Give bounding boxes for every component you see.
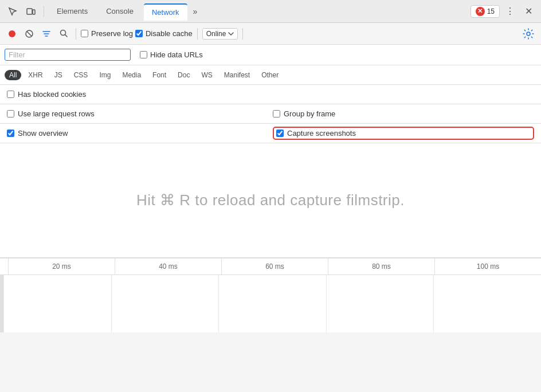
network-toolbar: Preserve log Disable cache Online xyxy=(0,23,541,45)
large-rows-group-frame-row: Use large request rows Group by frame xyxy=(0,104,541,124)
show-overview-text: Show overview xyxy=(18,129,68,138)
type-pill-font[interactable]: Font xyxy=(148,70,171,80)
group-by-frame-text: Group by frame xyxy=(284,109,335,118)
tab-elements[interactable]: Elements xyxy=(49,3,96,19)
disable-cache-checkbox[interactable] xyxy=(135,30,143,37)
kebab-menu-button[interactable]: ⋮ xyxy=(502,3,518,19)
timeline-col-5 xyxy=(433,275,541,332)
network-throttle-select[interactable]: Online xyxy=(202,28,238,40)
capture-screenshots-label[interactable]: Capture screenshots xyxy=(276,129,356,138)
record-button[interactable] xyxy=(5,26,19,41)
svg-rect-0 xyxy=(27,9,32,14)
tab-separator-1 xyxy=(44,6,44,17)
preserve-log-text: Preserve log xyxy=(91,29,133,38)
svg-point-7 xyxy=(527,32,530,36)
search-button[interactable] xyxy=(56,26,71,41)
show-overview-checkbox[interactable] xyxy=(7,130,14,137)
tab-more[interactable]: » xyxy=(190,5,201,18)
filter-input[interactable] xyxy=(9,50,127,59)
tab-console[interactable]: Console xyxy=(98,3,142,19)
clear-button[interactable] xyxy=(22,26,37,41)
chevron-down-icon xyxy=(228,32,234,36)
hide-data-urls-label[interactable]: Hide data URLs xyxy=(140,50,203,59)
type-pill-img[interactable]: Img xyxy=(95,70,115,80)
type-pill-manifest[interactable]: Manifest xyxy=(219,70,254,80)
type-filter-bar: All XHR JS CSS Img Media Font Doc WS Man… xyxy=(0,65,541,85)
type-pill-ws[interactable]: WS xyxy=(197,70,217,80)
error-badge[interactable]: ✕ 15 xyxy=(471,5,500,18)
timeline-body xyxy=(0,275,541,332)
svg-rect-1 xyxy=(33,10,35,14)
hide-data-urls-text: Hide data URLs xyxy=(150,50,203,59)
error-icon: ✕ xyxy=(476,7,485,16)
timeline-marks: 20 ms 40 ms 60 ms 80 ms 100 ms xyxy=(8,258,541,275)
capture-screenshots-checkbox[interactable] xyxy=(276,130,284,137)
group-by-frame-label[interactable]: Group by frame xyxy=(273,109,534,118)
blocked-cookies-row: Has blocked cookies xyxy=(0,85,541,104)
timeline-mark-100ms: 100 ms xyxy=(434,258,541,275)
timeline-mark-40ms: 40 ms xyxy=(115,258,221,275)
tab-network[interactable]: Network xyxy=(144,3,187,21)
timeline-col-1 xyxy=(3,275,111,332)
settings-icon[interactable] xyxy=(520,26,536,42)
type-pill-all[interactable]: All xyxy=(5,70,21,80)
timeline-mark-60ms: 60 ms xyxy=(221,258,328,275)
use-large-rows-text: Use large request rows xyxy=(18,109,95,118)
disable-cache-label[interactable]: Disable cache xyxy=(135,29,193,38)
type-pill-doc[interactable]: Doc xyxy=(173,70,194,80)
has-blocked-cookies-label[interactable]: Has blocked cookies xyxy=(7,90,86,99)
timeline-mark-20ms: 20 ms xyxy=(8,258,115,275)
cursor-icon[interactable] xyxy=(5,3,21,19)
has-blocked-cookies-checkbox[interactable] xyxy=(7,91,14,98)
filter-button[interactable] xyxy=(39,26,54,41)
timeline-col-3 xyxy=(218,275,326,332)
main-content: Hit ⌘ R to reload and capture filmstrip. xyxy=(0,143,541,258)
toolbar-divider-3 xyxy=(242,28,243,40)
preserve-log-checkbox[interactable] xyxy=(81,30,88,37)
type-pill-js[interactable]: JS xyxy=(50,70,67,80)
hide-data-urls-checkbox[interactable] xyxy=(140,51,147,58)
type-pill-media[interactable]: Media xyxy=(117,70,146,80)
capture-screenshots-highlight: Capture screenshots xyxy=(273,127,534,140)
svg-line-6 xyxy=(65,35,67,37)
filmstrip-hint: Hit ⌘ R to reload and capture filmstrip. xyxy=(136,191,405,209)
filter-bar: Hide data URLs xyxy=(0,45,541,65)
disable-cache-text: Disable cache xyxy=(146,29,193,38)
svg-point-2 xyxy=(9,30,15,37)
filter-input-wrap xyxy=(5,49,131,61)
timeline-mark-80ms: 80 ms xyxy=(328,258,434,275)
timeline-col-2 xyxy=(111,275,219,332)
use-large-rows-checkbox[interactable] xyxy=(7,110,14,117)
show-overview-label[interactable]: Show overview xyxy=(7,129,268,138)
overview-screenshots-row: Show overview Capture screenshots xyxy=(0,124,541,143)
timeline-col-4 xyxy=(326,275,434,332)
timeline-cols xyxy=(3,275,541,332)
device-icon[interactable] xyxy=(23,3,39,19)
type-pill-xhr[interactable]: XHR xyxy=(23,70,47,80)
capture-screenshots-text: Capture screenshots xyxy=(287,129,356,138)
tab-bar: Elements Console Network » ✕ 15 ⋮ ✕ xyxy=(0,0,541,23)
use-large-rows-label[interactable]: Use large request rows xyxy=(7,109,268,118)
preserve-log-label[interactable]: Preserve log xyxy=(81,29,133,38)
close-devtools-button[interactable]: ✕ xyxy=(520,3,536,19)
svg-line-4 xyxy=(27,32,32,36)
error-count: 15 xyxy=(487,7,495,15)
timeline-header: 20 ms 40 ms 60 ms 80 ms 100 ms xyxy=(0,258,541,275)
type-pill-other[interactable]: Other xyxy=(257,70,283,80)
type-pill-css[interactable]: CSS xyxy=(69,70,93,80)
toolbar-divider-2 xyxy=(197,28,198,40)
online-label: Online xyxy=(206,30,226,38)
toolbar-divider-1 xyxy=(76,28,76,40)
has-blocked-cookies-text: Has blocked cookies xyxy=(18,90,86,99)
group-by-frame-checkbox[interactable] xyxy=(273,110,280,117)
